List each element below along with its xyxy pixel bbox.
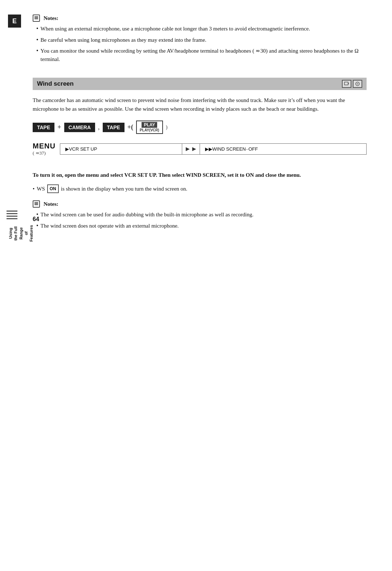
menu-cell-2: ▶▶WIND SCREEN··OFF [200, 144, 366, 154]
page-number: 64 [33, 216, 39, 223]
svg-rect-0 [344, 82, 348, 85]
tape-btn-1: TAPE [33, 123, 54, 132]
side-label: Using the Full Range of Features [8, 225, 20, 242]
page-container: E Using the Full Range of Features Notes… [33, 15, 367, 230]
plus-2: +( [127, 123, 133, 131]
plus-1: + [57, 123, 61, 131]
notes-title-1: Notes: [44, 15, 58, 21]
section-title: Wind screen [37, 80, 74, 87]
notes-header-1: Notes: [33, 15, 367, 22]
notes-item-1-3: You can monitor the sound while recordin… [36, 47, 367, 63]
ws-line: • WS ON is shown in the display when you… [33, 184, 367, 193]
header-icons [342, 80, 362, 88]
play-vcr-btn: PLAY PLAY(VCR) [136, 121, 163, 134]
comma: , [98, 123, 100, 131]
instruction-text: To turn it on, open the menu and select … [33, 171, 367, 179]
menu-cell-1: ▶VCR SET UP [60, 144, 182, 154]
menu-table-area: MENU ( ≂37) ▶VCR SET UP ►► ▶▶WIND SCREEN… [33, 142, 367, 156]
wind-screen-body: The camcorder has an automatic wind scre… [33, 96, 367, 113]
ws-text-pre: WS [37, 185, 45, 193]
svg-point-3 [357, 83, 358, 85]
header-icon-2 [353, 80, 362, 88]
notes-list-2: The wind screen can be used for audio du… [33, 211, 367, 230]
diagram-area: TAPE + CAMERA , TAPE +( PLAY PLAY(VCR) )… [33, 121, 367, 163]
notes-item-2-1: The wind screen can be used for audio du… [36, 211, 367, 219]
tape-btn-2: TAPE [103, 123, 124, 132]
menu-box: ▶VCR SET UP ►► ▶▶WIND SCREEN··OFF [60, 143, 367, 155]
notes-item-1-1: When using an external microphone, use a… [36, 25, 367, 33]
header-icon-1 [342, 80, 351, 88]
notes-icon-1 [33, 15, 40, 22]
camera-btn: CAMERA [64, 123, 95, 132]
notes-title-2: Notes: [44, 201, 58, 207]
e-tab: E [8, 15, 21, 28]
notes-section-2: Notes: The wind screen can be used for a… [33, 200, 367, 230]
menu-cell-2-text: ▶▶WIND SCREEN··OFF [205, 146, 258, 152]
button-row-1: TAPE + CAMERA , TAPE +( PLAY PLAY(VCR) ) [33, 121, 367, 134]
play-label: PLAY [142, 122, 157, 128]
paren-close: ) [166, 125, 168, 130]
notes-list-1: When using an external microphone, use a… [33, 25, 367, 63]
ws-on-box: ON [47, 184, 59, 193]
notes-icon-2 [33, 200, 40, 208]
menu-cell-1-text: ▶VCR SET UP [65, 146, 97, 152]
bullet-ws: • [33, 185, 34, 193]
double-arrow-container: ►► [182, 144, 200, 154]
svg-rect-1 [348, 83, 349, 84]
menu-label-block: MENU ( ≂37) [33, 142, 56, 156]
notes-item-2-2: The wind screen does not operate with an… [36, 222, 367, 230]
menu-ref: ( ≂37) [33, 150, 46, 156]
wind-screen-header: Wind screen [33, 78, 367, 90]
notes-section-1: Notes: When using an external microphone… [33, 15, 367, 63]
notes-item-1-2: Be careful when using long microphones a… [36, 36, 367, 44]
play-vcr-label: PLAY(VCR) [140, 128, 159, 132]
notes-header-2: Notes: [33, 200, 367, 208]
double-arrow-icon: ►► [184, 145, 197, 153]
ws-text-post: is shown in the display when you turn th… [61, 185, 187, 193]
menu-label: MENU [33, 142, 56, 150]
